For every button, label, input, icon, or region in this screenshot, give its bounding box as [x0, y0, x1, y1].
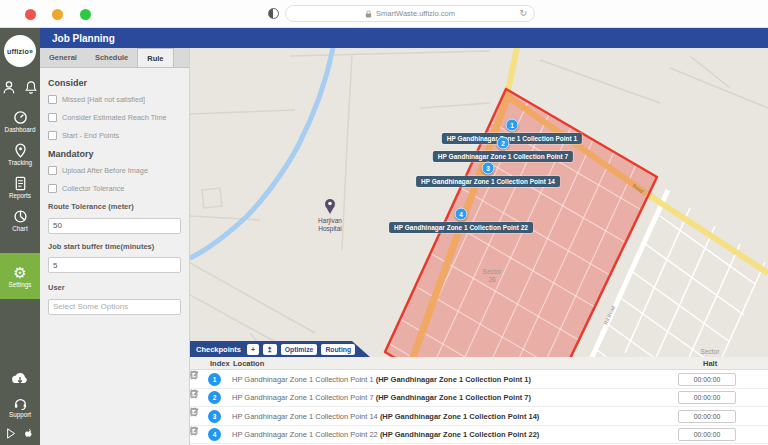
refresh-icon[interactable]: ↻ [519, 8, 527, 18]
optimize-button[interactable]: Optimize [281, 344, 318, 355]
shield-icon[interactable] [268, 8, 279, 19]
route-tolerance-input[interactable] [48, 218, 181, 234]
page-header: Job Planning [40, 28, 768, 48]
column-halt: Halt [703, 359, 717, 368]
google-play-icon[interactable] [5, 427, 17, 440]
document-icon [13, 176, 28, 191]
checkpoints-toolbar: Checkpoints + ↥ Optimize Routing [190, 341, 370, 357]
checkpoint-index-badge: 3 [208, 410, 221, 423]
uffizio-logo[interactable]: uffizio» [4, 35, 36, 67]
close-window-button[interactable] [25, 9, 36, 20]
delete-icon[interactable] [190, 407, 198, 416]
headset-icon [13, 396, 28, 410]
checkpoint-location: HP Gandhinagar Zone 1 Collection Point 2… [232, 430, 539, 439]
collection-point-label: HP Gandhinagar Zone 1 Collection Point 7 [433, 151, 573, 162]
app-window: SmartWaste.uffizio.com ↻ uffizio» [0, 0, 768, 445]
halt-time-input[interactable] [678, 428, 736, 441]
collection-point-label: HP Gandhinagar Zone 1 Collection Point 1 [442, 133, 582, 144]
sidebar-item-chart[interactable]: Chart [0, 204, 40, 237]
gear-icon: ⚙ [13, 265, 26, 280]
app-sidebar: uffizio» Dashboard [0, 28, 40, 445]
checkbox-start-end-points[interactable]: Start - End Points [48, 131, 181, 140]
map-container[interactable]: Harjivan Hospital Sector 26 Sector Rd Ro… [190, 48, 768, 445]
checkbox-collector-tolerance[interactable]: Collector Tolerance [48, 184, 181, 193]
consider-heading: Consider [48, 78, 181, 88]
sidebar-item-tracking[interactable]: Tracking [0, 138, 40, 171]
sidebar-item-dashboard[interactable]: Dashboard [0, 105, 40, 138]
table-row: 1 HP Gandhinagar Zone 1 Collection Point… [190, 370, 768, 389]
checkpoint-location: HP Gandhinagar Zone 1 Collection Point 1… [232, 412, 539, 421]
sidebar-item-reports[interactable]: Reports [0, 171, 40, 204]
tab-bar: General Schedule Rule [40, 48, 189, 68]
delete-icon[interactable] [190, 370, 198, 379]
routing-button[interactable]: Routing [321, 344, 355, 355]
delete-icon[interactable] [190, 389, 198, 398]
hospital-label-line1: Harjivan [318, 217, 342, 225]
table-header: Index Location Halt [190, 357, 768, 370]
halt-time-input[interactable] [678, 373, 736, 386]
browser-chrome: SmartWaste.uffizio.com ↻ [0, 0, 768, 28]
notifications-bell-icon[interactable] [24, 80, 38, 95]
location-pin-icon [13, 143, 28, 158]
buffer-time-input[interactable] [48, 257, 181, 273]
settings-panel: General Schedule Rule Consider Missed [H… [40, 48, 190, 445]
pie-chart-icon [13, 209, 28, 224]
collection-point-marker[interactable]: 3 [482, 162, 495, 175]
delete-icon[interactable] [190, 426, 198, 435]
table-row: 4 HP Gandhinagar Zone 1 Collection Point… [190, 426, 768, 445]
add-checkpoint-button[interactable]: + [247, 344, 259, 355]
checkbox-estimated-reach-time[interactable]: Consider Estimated Reach Time [48, 113, 181, 122]
checkbox-icon[interactable] [48, 95, 57, 104]
minimize-window-button[interactable] [52, 9, 63, 20]
collection-point-marker[interactable]: 4 [455, 208, 468, 221]
user-select-input[interactable] [48, 299, 181, 315]
checkpoints-table: Index Location Halt 1 HP Gandhinagar Zon… [190, 357, 768, 445]
table-row: 2 HP Gandhinagar Zone 1 Collection Point… [190, 389, 768, 408]
sidebar-item-support[interactable]: Support [0, 391, 40, 423]
user-label: User [48, 283, 181, 292]
checkbox-icon[interactable] [48, 131, 57, 140]
url-text: SmartWaste.uffizio.com [376, 9, 455, 18]
user-icon[interactable] [2, 80, 16, 95]
checkbox-missed[interactable]: Missed [Halt not satisfied] [48, 95, 181, 104]
checkpoints-title: Checkpoints [196, 345, 241, 354]
checkpoint-location: HP Gandhinagar Zone 1 Collection Point 1… [232, 375, 531, 384]
column-location: Location [233, 359, 264, 368]
apple-icon[interactable] [23, 427, 35, 440]
address-bar[interactable]: SmartWaste.uffizio.com ↻ [285, 5, 535, 22]
checkbox-icon[interactable] [48, 166, 57, 175]
tab-schedule[interactable]: Schedule [86, 48, 137, 67]
speedometer-icon [13, 110, 28, 125]
checkbox-icon[interactable] [48, 113, 57, 122]
tab-general[interactable]: General [40, 48, 86, 67]
zoom-window-button[interactable] [80, 9, 91, 20]
sector-label-line2: 26 [488, 276, 496, 283]
column-index: Index [210, 359, 230, 368]
checkpoint-index-badge: 4 [208, 428, 221, 441]
sidebar-item-settings[interactable]: ⚙ Settings [0, 253, 40, 299]
hospital-label-line2: Hospital [318, 225, 342, 233]
sidebar-nav: Dashboard Tracking Reports [0, 105, 40, 299]
halt-time-input[interactable] [678, 391, 736, 404]
collection-point-label: HP Gandhinagar Zone 1 Collection Point 2… [389, 222, 533, 233]
sector-right-label: Sector [701, 348, 721, 355]
checkpoint-index-badge: 2 [208, 391, 221, 404]
cloud-download-icon[interactable] [11, 371, 29, 385]
mandatory-heading: Mandatory [48, 149, 181, 159]
tab-rule[interactable]: Rule [137, 48, 173, 67]
halt-time-input[interactable] [678, 410, 736, 423]
collection-point-marker[interactable]: 1 [506, 119, 519, 132]
collection-point-label: HP Gandhinagar Zone 1 Collection Point 1… [416, 176, 560, 187]
upload-checkpoints-button[interactable]: ↥ [263, 344, 277, 355]
route-tolerance-label: Route Tolerance (meter) [48, 202, 181, 211]
sector-label-line1: Sector [483, 268, 503, 275]
table-row: 3 HP Gandhinagar Zone 1 Collection Point… [190, 407, 768, 426]
collection-point-marker[interactable]: 2 [497, 137, 510, 150]
checkbox-icon[interactable] [48, 184, 57, 193]
lock-icon [365, 10, 372, 18]
table-body: 1 HP Gandhinagar Zone 1 Collection Point… [190, 370, 768, 444]
checkbox-upload-image[interactable]: Upload After Before Image [48, 166, 181, 175]
buffer-time-label: Job start buffer time(minutes) [48, 242, 181, 251]
checkpoint-location: HP Gandhinagar Zone 1 Collection Point 7… [232, 393, 531, 402]
page-title: Job Planning [52, 33, 115, 44]
